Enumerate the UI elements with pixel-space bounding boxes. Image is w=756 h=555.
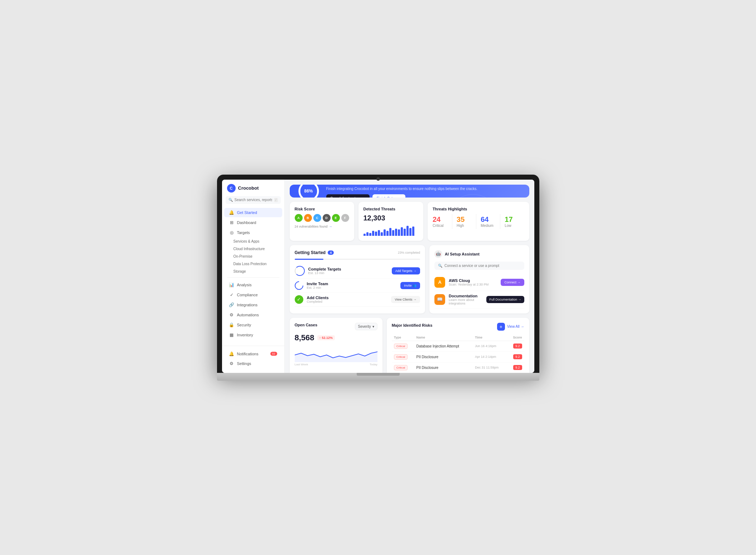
cases-chart <box>295 342 377 362</box>
aws-info: AWS Cloug Scan: Yesterday at 2:30 PM <box>449 278 497 286</box>
banner-info: Almost there! Finish integrating Crocobo… <box>326 185 477 198</box>
main-content: 86% Almost there! Finish integrating Cro… <box>285 180 534 373</box>
sidebar-item-targets[interactable]: ◎ Targets <box>224 228 282 237</box>
col-name: Name <box>414 334 473 341</box>
logo-icon: C <box>227 184 236 193</box>
risks-header: Major Identified Risks + View All → <box>392 323 524 331</box>
add-targets-button[interactable]: Add Targets → <box>392 267 420 274</box>
task-icon-invite <box>293 279 305 292</box>
notification-badge: 02 <box>270 352 277 356</box>
mini-bar <box>384 229 386 236</box>
open-cases-title: Open Cases <box>295 323 318 327</box>
sidebar-item-settings[interactable]: ⚙ Settings <box>224 359 282 368</box>
sidebar-item-compliance[interactable]: ✓ Compliance <box>224 290 282 300</box>
task-complete-targets: Complete Targets Est. 13 min Add Targets… <box>295 263 420 279</box>
cases-number: 8,568 ↑ 52.12% <box>295 333 377 342</box>
risk-type: Critical <box>392 362 414 373</box>
sidebar-sub-storage[interactable]: Storage <box>222 268 284 275</box>
sidebar-item-security[interactable]: 🔒 Security <box>224 320 282 330</box>
sidebar-search[interactable]: 🔍 / <box>226 196 281 204</box>
sidebar-bottom: 🔔 Notifications 02 ⚙ Settings <box>222 346 284 369</box>
task-info-clients: Add Clients Completed <box>307 296 388 303</box>
invite-button[interactable]: Invite 👥 <box>400 282 420 289</box>
risk-badge-f: F <box>341 214 349 222</box>
mini-bar <box>406 226 409 236</box>
view-clients-button[interactable]: View Clients → <box>391 296 420 303</box>
table-row: Critical PII Disclosure Dec 31 11:59pm 9… <box>392 362 524 373</box>
logo: C Crocobot <box>222 184 284 196</box>
scan-infrastructure-button[interactable]: Scan Infrastructure → <box>326 194 370 198</box>
banner-title: Almost there! <box>326 185 477 186</box>
risk-type: Critical <box>392 341 414 351</box>
sidebar-item-automations[interactable]: ⚙ Automations <box>224 310 282 320</box>
finish-setup-button[interactable]: Finish Setup → <box>372 194 405 198</box>
ai-search-input[interactable] <box>444 264 520 268</box>
risk-vuln: 24 vulnerabilities found → <box>295 225 349 228</box>
sidebar-sub-onpremise[interactable]: On-Premise <box>222 253 284 260</box>
row-1: Risk Score A B C D E F 24 vulnerabilitie… <box>290 202 529 241</box>
aws-icon: A <box>434 277 445 288</box>
progress-bar <box>295 259 420 260</box>
mini-bar <box>412 227 414 236</box>
sidebar-sub-services[interactable]: Services & Apps <box>222 238 284 245</box>
sidebar-item-inventory[interactable]: ▦ Inventory <box>224 330 282 340</box>
sidebar-item-get-started[interactable]: 🔔 Get Started <box>224 208 282 217</box>
getting-started-header: Getting Started 4 23% completed <box>295 250 420 255</box>
setup-banner: 86% Almost there! Finish integrating Cro… <box>290 185 529 198</box>
targets-icon: ◎ <box>229 230 234 235</box>
app-screen: C Crocobot 🔍 / 🔔 Get Started ⊞ Dashboard <box>222 180 534 373</box>
mini-bar <box>369 233 371 236</box>
risk-time: Jun 16 4:16pm <box>473 341 507 351</box>
banner-subtitle: Finish integrating Crocobot in all your … <box>326 187 477 191</box>
highlight-medium: 64 Medium <box>476 214 500 229</box>
risk-badge-a: A <box>295 214 303 222</box>
sidebar-item-integrations[interactable]: 🔗 Integrations <box>224 300 282 310</box>
major-risks-title: Major Identified Risks <box>392 323 433 327</box>
risk-score: 9.2 <box>507 351 524 362</box>
threats-chart <box>363 225 418 236</box>
full-doc-button[interactable]: Full Documentation → <box>486 296 524 303</box>
analysis-icon: 📊 <box>229 282 234 287</box>
table-row: Critical PII Disclosure Apr 14 2:14pm 9.… <box>392 351 524 362</box>
mini-bar <box>386 231 389 236</box>
col-score: Score <box>507 334 524 341</box>
risk-name: Database Injection Attempt <box>414 341 473 351</box>
completion-text: 23% completed <box>398 251 420 254</box>
highlight-low: 17 Low <box>500 214 524 229</box>
compliance-icon: ✓ <box>229 292 234 297</box>
search-icon: 🔍 <box>228 198 233 202</box>
ai-title: AI Setup Assistant <box>445 252 480 256</box>
mini-bar <box>372 231 374 236</box>
mini-bar <box>404 229 406 236</box>
threats-count: 12,303 <box>363 214 418 222</box>
mini-bar <box>378 230 380 236</box>
sidebar-item-dashboard[interactable]: ⊞ Dashboard <box>224 218 282 227</box>
add-risk-button[interactable]: + <box>497 323 505 331</box>
highlights-grid: 24 Critical 35 High 64 Medium <box>433 214 524 229</box>
ai-search[interactable]: 🔍 <box>434 262 524 270</box>
getting-started-card: Getting Started 4 23% completed <box>290 245 425 313</box>
vuln-link[interactable]: → <box>329 225 332 228</box>
settings-icon: ⚙ <box>229 361 234 366</box>
mini-bar <box>395 229 397 236</box>
sidebar-item-analysis[interactable]: 📊 Analysis <box>224 280 282 289</box>
severity-dropdown[interactable]: Severity ▾ <box>355 323 377 330</box>
sidebar-sub-dlp[interactable]: Data Loss Protection <box>222 260 284 268</box>
progress-text: 86% <box>304 189 313 194</box>
view-all-button[interactable]: View All → <box>507 325 524 328</box>
risk-time: Dec 31 11:59pm <box>473 362 507 373</box>
risk-badge-c: C <box>313 214 321 222</box>
inventory-icon: ▦ <box>229 332 234 337</box>
sidebar: C Crocobot 🔍 / 🔔 Get Started ⊞ Dashboard <box>222 180 285 373</box>
logo-text: Crocobot <box>238 185 259 191</box>
sidebar-item-notifications[interactable]: 🔔 Notifications 02 <box>224 349 282 359</box>
risk-type: Critical <box>392 351 414 362</box>
col-type: Type <box>392 334 414 341</box>
sidebar-sub-cloud[interactable]: Cloud Infrastructure <box>222 245 284 253</box>
connect-button[interactable]: Connect → <box>501 279 524 286</box>
mini-bar <box>409 228 411 236</box>
risk-name: PII Disclosure <box>414 362 473 373</box>
mini-bar <box>392 230 394 236</box>
risk-time: Apr 14 2:14pm <box>473 351 507 362</box>
search-input[interactable] <box>235 198 272 202</box>
